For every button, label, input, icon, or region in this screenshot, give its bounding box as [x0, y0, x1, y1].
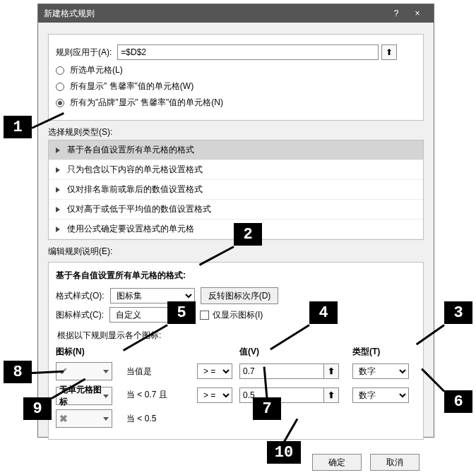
apply-to-input[interactable] — [117, 44, 379, 60]
cancel-button[interactable]: 取消 — [370, 454, 420, 471]
window-title: 新建格式规则 — [44, 8, 386, 20]
triangle-icon — [56, 148, 60, 153]
rule-type-item[interactable]: 基于各自值设置所有单元格的格式 — [49, 140, 423, 160]
rule-type-text: 使用公式确定要设置格式的单元格 — [67, 223, 194, 235]
scope-option-all-with-brand[interactable]: 所有为"品牌"显示" 售馨率"值的单元格(N) — [56, 97, 416, 109]
rule-type-list[interactable]: 基于各自值设置所有单元格的格式 只为包含以下内容的单元格设置格式 仅对排名靠前或… — [48, 140, 424, 240]
chevron-down-icon — [103, 395, 109, 398]
help-button[interactable]: ? — [386, 8, 407, 18]
icon-style-select[interactable]: 自定义 — [109, 307, 194, 323]
rules-note: 根据以下规则显示各个图标: — [57, 330, 416, 342]
close-button[interactable]: × — [407, 8, 428, 18]
rule-type-text: 只为包含以下内容的单元格设置格式 — [67, 164, 203, 176]
chevron-down-icon — [103, 417, 109, 421]
format-style-select[interactable]: 图标集 — [110, 288, 195, 303]
apply-to-label: 规则应用于(A): — [56, 47, 112, 59]
reverse-icons-button[interactable]: 反转图标次序(D) — [201, 287, 279, 304]
header-type: 类型(T) — [352, 346, 416, 358]
callout-1: 1 — [4, 116, 32, 138]
check-icon: ✔ — [59, 366, 68, 377]
no-cell-icon-label: 无单元格图标 — [59, 384, 103, 408]
triangle-icon — [56, 187, 60, 193]
ok-button[interactable]: 确定 — [312, 454, 362, 471]
when-text-3: 当 < 0.5 — [126, 413, 197, 425]
rule-type-text: 仅对高于或低于平均值的数值设置格式 — [67, 203, 211, 215]
triangle-icon — [56, 167, 60, 173]
callout-8: 8 — [4, 361, 32, 383]
rule-type-item[interactable]: 只为包含以下内容的单元格设置格式 — [49, 160, 423, 180]
rule-type-item[interactable]: 仅对排名靠前或靠后的数值设置格式 — [49, 180, 423, 200]
radio-icon — [56, 83, 64, 91]
rule-type-text: 仅对排名靠前或靠后的数值设置格式 — [67, 184, 203, 196]
radio-icon — [56, 66, 64, 75]
callout-6: 6 — [444, 390, 472, 413]
when-text-1: 当值是 — [126, 366, 197, 378]
chevron-down-icon — [103, 370, 109, 373]
range-picker-button[interactable]: ⬆ — [381, 44, 397, 60]
format-style-label: 格式样式(O): — [56, 290, 105, 302]
icon-select-1[interactable]: ✔ — [56, 362, 112, 380]
triangle-icon — [56, 207, 60, 212]
radio-icon — [56, 99, 64, 107]
edit-legend: 基于各自值设置所有单元格的格式: — [56, 270, 416, 282]
rule-type-label: 选择规则类型(S): — [48, 126, 424, 138]
up-arrow-icon: ⬆ — [386, 47, 393, 57]
op-select-2[interactable]: > = — [197, 387, 232, 403]
rule-type-item[interactable]: 仅对高于或低于平均值的数值设置格式 — [49, 200, 423, 220]
callout-3: 3 — [444, 301, 472, 324]
icon-style-label: 图标样式(C): — [56, 309, 104, 321]
triangle-icon — [56, 227, 60, 232]
show-icon-only-label: 仅显示图标(I) — [213, 309, 263, 321]
rule-type-item[interactable]: 使用公式确定要设置格式的单元格 — [49, 220, 423, 239]
op-select-1[interactable]: > = — [197, 363, 232, 379]
rule-type-text: 基于各自值设置所有单元格的格式 — [67, 144, 194, 156]
range-picker-button[interactable]: ⬆ — [323, 363, 339, 379]
cross-icon: ✖ — [59, 413, 68, 424]
range-picker-button[interactable]: ⬆ — [323, 387, 339, 403]
header-value: 值(V) — [239, 346, 352, 358]
edit-rule-label: 编辑规则说明(E): — [48, 246, 424, 258]
scope-option-all-values[interactable]: 所有显示" 售馨率"值的单元格(W) — [56, 80, 416, 92]
icon-select-2[interactable]: 无单元格图标 — [56, 387, 112, 405]
type-select-1[interactable]: 数字 — [352, 363, 409, 379]
show-icon-only-checkbox[interactable] — [200, 311, 209, 320]
value-input-1[interactable] — [239, 363, 324, 379]
scope-option-label: 所有为"品牌"显示" 售馨率"值的单元格(N) — [70, 97, 223, 109]
scope-option-label: 所有显示" 售馨率"值的单元格(W) — [70, 80, 194, 92]
value-input-2[interactable] — [239, 387, 324, 403]
when-text-2: 当 < 0.7 且 — [126, 389, 197, 401]
icon-select-3[interactable]: ✖ — [56, 409, 112, 428]
scope-option-label: 所选单元格(L) — [70, 64, 123, 76]
header-icon: 图标(N) — [56, 346, 126, 358]
scope-option-selected[interactable]: 所选单元格(L) — [56, 64, 416, 76]
type-select-2[interactable]: 数字 — [352, 387, 409, 403]
